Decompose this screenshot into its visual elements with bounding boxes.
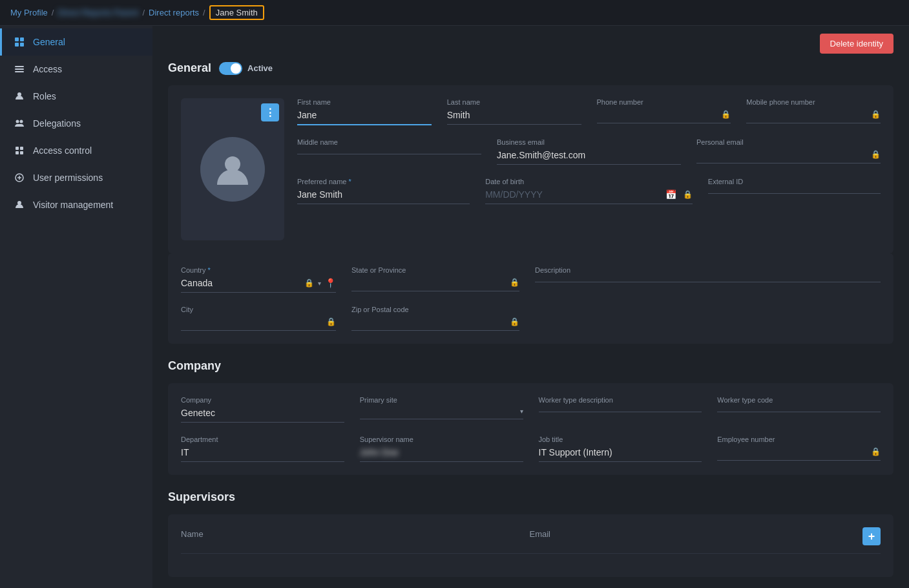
supervisors-name-col: Name xyxy=(181,529,514,539)
preferred-name-field: Preferred name Jane Smith xyxy=(297,178,470,204)
sidebar-item-roles[interactable]: Roles xyxy=(0,83,152,110)
address-section: Country Canada 🔒 ▾ 📍 State or Province xyxy=(168,253,893,344)
date-of-birth-field: Date of birth MM/DD/YYYY 📅 🔒 xyxy=(485,178,693,204)
supervisor-name-value[interactable]: John Doe xyxy=(360,446,523,462)
preferred-name-value[interactable]: Jane Smith xyxy=(297,188,470,204)
sidebar-label-delegations: Delegations xyxy=(33,118,81,129)
add-supervisor-button[interactable]: + xyxy=(862,527,881,545)
svg-rect-5 xyxy=(15,68,24,70)
worker-type-desc-value[interactable] xyxy=(539,406,702,412)
employee-number-lock-icon: 🔒 xyxy=(871,447,881,456)
fields-row-2: Middle name Business email Jane.Smith@te… xyxy=(297,138,881,165)
personal-email-value[interactable]: 🔒 xyxy=(696,149,881,163)
country-value[interactable]: Canada 🔒 ▾ 📍 xyxy=(181,277,336,293)
avatar-section: ⋮ xyxy=(181,98,284,240)
middle-name-value[interactable] xyxy=(297,149,481,154)
first-name-field: First name Jane xyxy=(297,98,432,125)
employee-number-label: Employee number xyxy=(717,436,881,443)
sidebar-label-user-permissions: User permissions xyxy=(33,173,103,183)
company-name-label: Company xyxy=(181,396,344,404)
first-name-value[interactable]: Jane xyxy=(297,109,432,125)
state-province-field: State or Province 🔒 xyxy=(351,266,519,293)
breadcrumb-direct-reports[interactable]: Direct reports xyxy=(149,8,199,17)
external-id-value[interactable] xyxy=(708,188,881,194)
supervisor-name-field: Supervisor name John Doe xyxy=(360,436,523,462)
breadcrumb-my-profile[interactable]: My Profile xyxy=(10,8,48,17)
active-toggle[interactable] xyxy=(219,62,242,75)
sidebar-item-access-control[interactable]: Access control xyxy=(0,137,152,164)
avatar xyxy=(200,137,265,202)
general-form: ⋮ First name xyxy=(168,85,893,253)
primary-site-value[interactable]: ▾ xyxy=(360,406,523,419)
zip-lock-icon: 🔒 xyxy=(510,317,519,326)
delegations-icon xyxy=(14,118,25,129)
business-email-value[interactable]: Jane.Smith@test.com xyxy=(497,149,681,165)
fields-row-1: First name Jane Last name Smith xyxy=(297,98,881,125)
svg-rect-13 xyxy=(20,151,23,154)
avatar-menu-button[interactable]: ⋮ xyxy=(261,103,279,121)
svg-rect-3 xyxy=(20,43,24,47)
sidebar-item-visitor-management[interactable]: Visitor management xyxy=(0,191,152,218)
user-permissions-icon xyxy=(14,172,25,184)
svg-point-9 xyxy=(20,120,23,123)
personal-email-field: Personal email 🔒 xyxy=(696,138,881,165)
sidebar-item-access[interactable]: Access xyxy=(0,56,152,83)
delete-identity-button[interactable]: Delete identity xyxy=(820,34,893,54)
worker-type-code-field: Worker type code xyxy=(717,396,881,423)
description-value[interactable] xyxy=(535,277,881,282)
employee-number-field: Employee number 🔒 xyxy=(717,436,881,462)
city-lock-icon: 🔒 xyxy=(326,317,336,326)
calendar-icon: 📅 xyxy=(665,189,676,200)
state-province-label: State or Province xyxy=(351,266,519,274)
fields-section: First name Jane Last name Smith xyxy=(297,98,881,240)
city-value[interactable]: 🔒 xyxy=(181,316,336,331)
breadcrumb-sep1: / xyxy=(52,8,54,17)
primary-site-field: Primary site ▾ xyxy=(360,396,523,423)
map-pin-icon: 📍 xyxy=(325,278,336,288)
personal-email-lock-icon: 🔒 xyxy=(871,150,881,159)
job-title-field: Job title IT Support (Intern) xyxy=(539,436,702,462)
mobile-phone-field: Mobile phone number 🔒 xyxy=(746,98,881,125)
date-of-birth-value[interactable]: MM/DD/YYYY 📅 🔒 xyxy=(485,188,693,204)
state-province-value[interactable]: 🔒 xyxy=(351,277,519,291)
phone-number-value[interactable]: 🔒 xyxy=(597,109,731,123)
company-name-value[interactable]: Genetec xyxy=(181,406,344,423)
sidebar-item-delegations[interactable]: Delegations xyxy=(0,110,152,137)
worker-type-code-value[interactable] xyxy=(717,406,881,412)
supervisors-title: Supervisors xyxy=(168,490,235,504)
zip-field: Zip or Postal code 🔒 xyxy=(351,306,519,331)
sidebar-label-roles: Roles xyxy=(33,91,56,101)
zip-label: Zip or Postal code xyxy=(351,306,519,313)
avatar-wrapper: ⋮ xyxy=(181,98,284,240)
visitor-management-icon xyxy=(14,199,25,211)
job-title-label: Job title xyxy=(539,436,702,443)
breadcrumb-sep2: / xyxy=(142,8,145,17)
sidebar-item-user-permissions[interactable]: User permissions xyxy=(0,164,152,191)
last-name-field: Last name Smith xyxy=(447,98,581,125)
svg-rect-10 xyxy=(16,147,19,150)
company-section-header: Company xyxy=(168,359,893,373)
city-label: City xyxy=(181,306,336,313)
mobile-phone-value[interactable]: 🔒 xyxy=(746,109,881,123)
worker-type-code-label: Worker type code xyxy=(717,396,881,404)
date-of-birth-label: Date of birth xyxy=(485,178,693,185)
dob-lock-icon: 🔒 xyxy=(683,190,693,199)
svg-rect-2 xyxy=(15,43,19,47)
svg-rect-4 xyxy=(15,66,24,67)
supervisor-name-label: Supervisor name xyxy=(360,436,523,443)
job-title-value[interactable]: IT Support (Intern) xyxy=(539,446,702,462)
middle-name-label: Middle name xyxy=(297,138,481,146)
last-name-value[interactable]: Smith xyxy=(447,109,581,125)
svg-point-8 xyxy=(16,120,19,123)
worker-type-desc-label: Worker type description xyxy=(539,396,702,404)
department-value[interactable]: IT xyxy=(181,446,344,462)
department-field: Department IT xyxy=(181,436,344,462)
first-name-label: First name xyxy=(297,98,432,106)
sidebar-item-general[interactable]: General xyxy=(0,28,152,56)
active-toggle-container: Active xyxy=(219,62,273,75)
mobile-phone-label: Mobile phone number xyxy=(746,98,881,106)
zip-value[interactable]: 🔒 xyxy=(351,316,519,331)
last-name-label: Last name xyxy=(447,98,581,106)
access-icon xyxy=(14,63,25,75)
employee-number-value[interactable]: 🔒 xyxy=(717,446,881,461)
